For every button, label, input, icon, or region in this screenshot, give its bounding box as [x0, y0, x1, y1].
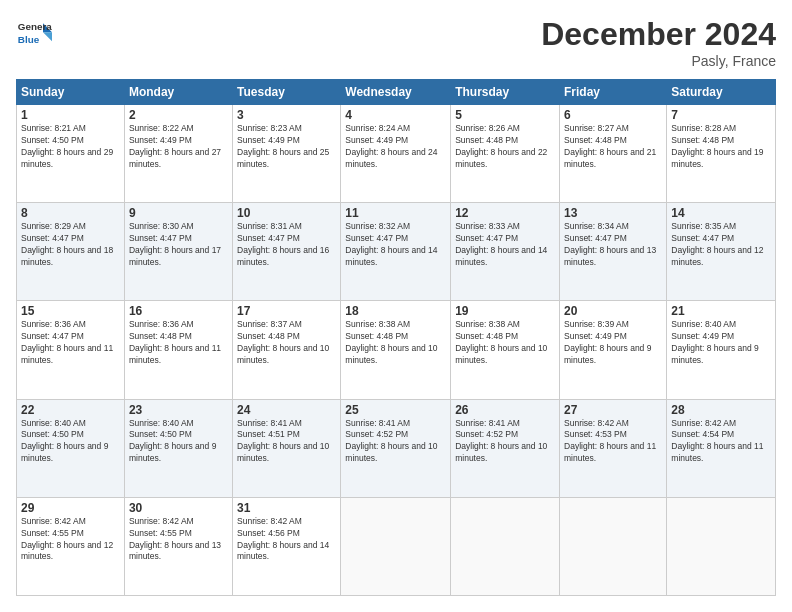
calendar-cell: 26Sunrise: 8:41 AMSunset: 4:52 PMDayligh… [451, 399, 560, 497]
day-number: 9 [129, 206, 228, 220]
calendar-cell: 28Sunrise: 8:42 AMSunset: 4:54 PMDayligh… [667, 399, 776, 497]
calendar-cell: 18Sunrise: 8:38 AMSunset: 4:48 PMDayligh… [341, 301, 451, 399]
logo: General Blue [16, 16, 56, 52]
calendar-cell: 10Sunrise: 8:31 AMSunset: 4:47 PMDayligh… [233, 203, 341, 301]
day-number: 29 [21, 501, 120, 515]
day-info: Sunrise: 8:29 AMSunset: 4:47 PMDaylight:… [21, 221, 120, 269]
day-info: Sunrise: 8:32 AMSunset: 4:47 PMDaylight:… [345, 221, 446, 269]
day-number: 19 [455, 304, 555, 318]
day-number: 8 [21, 206, 120, 220]
month-title: December 2024 [541, 16, 776, 53]
weekday-header-row: Sunday Monday Tuesday Wednesday Thursday… [17, 80, 776, 105]
day-info: Sunrise: 8:30 AMSunset: 4:47 PMDaylight:… [129, 221, 228, 269]
day-info: Sunrise: 8:42 AMSunset: 4:53 PMDaylight:… [564, 418, 662, 466]
calendar-cell: 11Sunrise: 8:32 AMSunset: 4:47 PMDayligh… [341, 203, 451, 301]
calendar-cell: 16Sunrise: 8:36 AMSunset: 4:48 PMDayligh… [124, 301, 232, 399]
header-monday: Monday [124, 80, 232, 105]
day-number: 21 [671, 304, 771, 318]
day-number: 18 [345, 304, 446, 318]
header: General Blue December 2024 Pasly, France [16, 16, 776, 69]
header-thursday: Thursday [451, 80, 560, 105]
day-number: 28 [671, 403, 771, 417]
day-info: Sunrise: 8:33 AMSunset: 4:47 PMDaylight:… [455, 221, 555, 269]
calendar-cell: 5Sunrise: 8:26 AMSunset: 4:48 PMDaylight… [451, 105, 560, 203]
calendar-cell: 14Sunrise: 8:35 AMSunset: 4:47 PMDayligh… [667, 203, 776, 301]
day-info: Sunrise: 8:21 AMSunset: 4:50 PMDaylight:… [21, 123, 120, 171]
day-number: 4 [345, 108, 446, 122]
day-info: Sunrise: 8:40 AMSunset: 4:49 PMDaylight:… [671, 319, 771, 367]
day-info: Sunrise: 8:27 AMSunset: 4:48 PMDaylight:… [564, 123, 662, 171]
day-info: Sunrise: 8:41 AMSunset: 4:52 PMDaylight:… [345, 418, 446, 466]
day-info: Sunrise: 8:31 AMSunset: 4:47 PMDaylight:… [237, 221, 336, 269]
calendar-cell: 1Sunrise: 8:21 AMSunset: 4:50 PMDaylight… [17, 105, 125, 203]
day-info: Sunrise: 8:36 AMSunset: 4:47 PMDaylight:… [21, 319, 120, 367]
calendar-cell: 7Sunrise: 8:28 AMSunset: 4:48 PMDaylight… [667, 105, 776, 203]
calendar-cell: 24Sunrise: 8:41 AMSunset: 4:51 PMDayligh… [233, 399, 341, 497]
calendar-cell: 30Sunrise: 8:42 AMSunset: 4:55 PMDayligh… [124, 497, 232, 595]
svg-text:Blue: Blue [18, 34, 40, 45]
day-number: 31 [237, 501, 336, 515]
day-number: 20 [564, 304, 662, 318]
day-number: 25 [345, 403, 446, 417]
header-wednesday: Wednesday [341, 80, 451, 105]
calendar-table: Sunday Monday Tuesday Wednesday Thursday… [16, 79, 776, 596]
calendar-cell: 19Sunrise: 8:38 AMSunset: 4:48 PMDayligh… [451, 301, 560, 399]
calendar-cell: 29Sunrise: 8:42 AMSunset: 4:55 PMDayligh… [17, 497, 125, 595]
calendar-cell: 27Sunrise: 8:42 AMSunset: 4:53 PMDayligh… [560, 399, 667, 497]
calendar-cell: 31Sunrise: 8:42 AMSunset: 4:56 PMDayligh… [233, 497, 341, 595]
calendar-cell: 12Sunrise: 8:33 AMSunset: 4:47 PMDayligh… [451, 203, 560, 301]
day-number: 22 [21, 403, 120, 417]
svg-text:General: General [18, 21, 52, 32]
day-number: 13 [564, 206, 662, 220]
calendar-cell: 21Sunrise: 8:40 AMSunset: 4:49 PMDayligh… [667, 301, 776, 399]
day-info: Sunrise: 8:28 AMSunset: 4:48 PMDaylight:… [671, 123, 771, 171]
day-number: 6 [564, 108, 662, 122]
calendar-cell: 23Sunrise: 8:40 AMSunset: 4:50 PMDayligh… [124, 399, 232, 497]
day-number: 14 [671, 206, 771, 220]
day-info: Sunrise: 8:38 AMSunset: 4:48 PMDaylight:… [345, 319, 446, 367]
day-info: Sunrise: 8:37 AMSunset: 4:48 PMDaylight:… [237, 319, 336, 367]
day-info: Sunrise: 8:38 AMSunset: 4:48 PMDaylight:… [455, 319, 555, 367]
day-info: Sunrise: 8:26 AMSunset: 4:48 PMDaylight:… [455, 123, 555, 171]
calendar-row: 15Sunrise: 8:36 AMSunset: 4:47 PMDayligh… [17, 301, 776, 399]
calendar-cell [667, 497, 776, 595]
day-number: 5 [455, 108, 555, 122]
day-info: Sunrise: 8:22 AMSunset: 4:49 PMDaylight:… [129, 123, 228, 171]
day-info: Sunrise: 8:40 AMSunset: 4:50 PMDaylight:… [129, 418, 228, 466]
day-info: Sunrise: 8:41 AMSunset: 4:52 PMDaylight:… [455, 418, 555, 466]
calendar-cell: 25Sunrise: 8:41 AMSunset: 4:52 PMDayligh… [341, 399, 451, 497]
calendar-cell: 22Sunrise: 8:40 AMSunset: 4:50 PMDayligh… [17, 399, 125, 497]
title-area: December 2024 Pasly, France [541, 16, 776, 69]
day-info: Sunrise: 8:36 AMSunset: 4:48 PMDaylight:… [129, 319, 228, 367]
day-number: 7 [671, 108, 771, 122]
calendar-row: 29Sunrise: 8:42 AMSunset: 4:55 PMDayligh… [17, 497, 776, 595]
calendar-cell: 13Sunrise: 8:34 AMSunset: 4:47 PMDayligh… [560, 203, 667, 301]
day-number: 26 [455, 403, 555, 417]
calendar-cell: 15Sunrise: 8:36 AMSunset: 4:47 PMDayligh… [17, 301, 125, 399]
logo-icon: General Blue [16, 16, 52, 52]
calendar-cell: 9Sunrise: 8:30 AMSunset: 4:47 PMDaylight… [124, 203, 232, 301]
day-info: Sunrise: 8:41 AMSunset: 4:51 PMDaylight:… [237, 418, 336, 466]
day-number: 11 [345, 206, 446, 220]
calendar-page: General Blue December 2024 Pasly, France… [0, 0, 792, 612]
header-sunday: Sunday [17, 80, 125, 105]
calendar-cell: 8Sunrise: 8:29 AMSunset: 4:47 PMDaylight… [17, 203, 125, 301]
header-friday: Friday [560, 80, 667, 105]
header-tuesday: Tuesday [233, 80, 341, 105]
day-number: 24 [237, 403, 336, 417]
day-info: Sunrise: 8:23 AMSunset: 4:49 PMDaylight:… [237, 123, 336, 171]
day-number: 30 [129, 501, 228, 515]
day-info: Sunrise: 8:39 AMSunset: 4:49 PMDaylight:… [564, 319, 662, 367]
day-number: 3 [237, 108, 336, 122]
day-number: 2 [129, 108, 228, 122]
day-info: Sunrise: 8:42 AMSunset: 4:55 PMDaylight:… [21, 516, 120, 564]
day-info: Sunrise: 8:42 AMSunset: 4:56 PMDaylight:… [237, 516, 336, 564]
day-number: 17 [237, 304, 336, 318]
day-number: 10 [237, 206, 336, 220]
day-number: 27 [564, 403, 662, 417]
calendar-cell: 2Sunrise: 8:22 AMSunset: 4:49 PMDaylight… [124, 105, 232, 203]
day-number: 1 [21, 108, 120, 122]
calendar-cell [451, 497, 560, 595]
day-info: Sunrise: 8:34 AMSunset: 4:47 PMDaylight:… [564, 221, 662, 269]
day-info: Sunrise: 8:35 AMSunset: 4:47 PMDaylight:… [671, 221, 771, 269]
